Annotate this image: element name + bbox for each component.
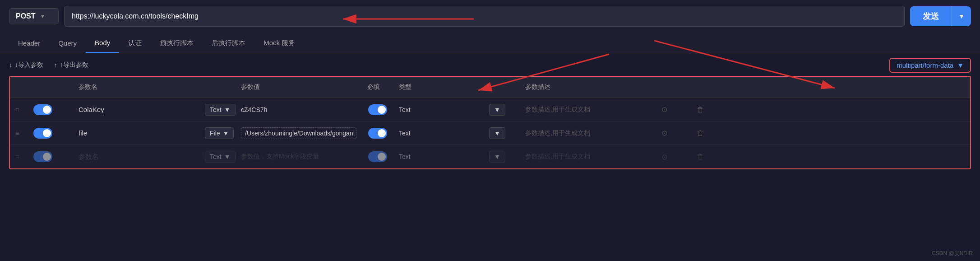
th-actions2 [682, 81, 718, 93]
row3-copy-icon[interactable]: ⊙ [646, 153, 682, 161]
row2-result-type: Text [393, 128, 484, 139]
watermark: CSDN @吴NDIR [932, 250, 973, 257]
row3-toggle[interactable] [33, 151, 52, 162]
row3-required[interactable] [362, 151, 393, 162]
import-params-button[interactable]: ↓ ↓导入参数 [9, 61, 43, 69]
th-result-type: 类型 [393, 81, 484, 93]
row3-result-type: Text [393, 151, 484, 162]
row1-description[interactable]: 参数描述,用于生成文档 [520, 104, 646, 116]
import-icon: ↓ [9, 61, 12, 69]
row1-copy-icon[interactable]: ⊙ [646, 105, 682, 114]
row1-param-name[interactable]: ColaKey [73, 104, 199, 115]
row3-type-chevron: ▼ [224, 153, 231, 160]
tab-body[interactable]: Body [86, 33, 119, 53]
send-button-group[interactable]: 发送 ▼ [910, 6, 971, 26]
row1-delete-icon[interactable]: 🗑 [682, 106, 718, 114]
tab-pre-script[interactable]: 预执行脚本 [151, 33, 203, 53]
table-row: ≡ ColaKey Text ▼ cZ4CS7h Text ▼ 参数描述,用于生… [10, 98, 970, 121]
row2-param-name[interactable]: file [73, 127, 199, 139]
row2-copy-icon[interactable]: ⊙ [646, 129, 682, 137]
content-type-chevron: ▼ [957, 61, 964, 69]
row3-value[interactable]: 参数值，支持Mock字段变量 [236, 151, 362, 163]
row2-type-select[interactable]: File ▼ [199, 126, 236, 141]
tab-query[interactable]: Query [49, 34, 86, 52]
row2-delete-icon[interactable]: 🗑 [682, 129, 718, 137]
top-bar: POST ▼ 发送 ▼ [0, 0, 980, 33]
row2-required[interactable] [362, 128, 393, 139]
row1-type-select[interactable]: Text ▼ [199, 102, 236, 117]
row1-value[interactable]: cZ4CS7h [236, 104, 362, 115]
th-type-select [199, 81, 236, 93]
actions-left: ↓ ↓导入参数 ↑ ↑导出参数 [9, 61, 88, 69]
actions-bar: ↓ ↓导入参数 ↑ ↑导出参数 multipart/form-data ▼ [0, 54, 980, 76]
table-row: ≡ file File ▼ /Users/zhoumingle/Download… [10, 121, 970, 145]
drag-handle[interactable]: ≡ [10, 130, 28, 137]
tab-post-script[interactable]: 后执行脚本 [203, 33, 254, 53]
row2-toggle[interactable] [33, 128, 52, 139]
row1-result-type-select[interactable]: ▼ [484, 102, 520, 117]
row3-param-name[interactable]: 参数名 [73, 151, 199, 163]
row2-description[interactable]: 参数描述,用于生成文档 [520, 127, 646, 139]
content-type-select[interactable]: multipart/form-data ▼ [889, 58, 971, 73]
send-dropdown-button[interactable]: ▼ [952, 8, 971, 24]
method-chevron: ▼ [40, 13, 46, 19]
th-actions1 [646, 81, 682, 93]
th-param-name: 参数名 [73, 81, 199, 93]
th-required: 必填 [362, 81, 393, 93]
row3-required-toggle[interactable] [368, 151, 387, 162]
row2-result-type-chevron: ▼ [494, 130, 500, 137]
tab-auth[interactable]: 认证 [119, 33, 151, 53]
th-toggle [28, 81, 73, 93]
tab-mock[interactable]: Mock 服务 [254, 33, 304, 53]
tab-header[interactable]: Header [9, 34, 49, 52]
row2-value[interactable]: /Users/zhoumingle/Downloads/gongan. [241, 127, 356, 139]
row1-required-toggle[interactable] [368, 104, 387, 115]
row2-type-chevron: ▼ [223, 130, 229, 137]
row1-toggle[interactable] [33, 104, 52, 115]
row1-result-type: Text [393, 104, 484, 115]
row2-required-toggle[interactable] [368, 128, 387, 139]
row3-result-type-chevron: ▼ [494, 153, 500, 160]
th-result-type-select [484, 81, 520, 93]
row3-description[interactable]: 参数描述,用于生成文档 [520, 151, 646, 163]
row3-result-type-select[interactable]: ▼ [484, 149, 520, 164]
drag-handle[interactable]: ≡ [10, 106, 28, 113]
url-input[interactable] [64, 6, 905, 27]
method-label: POST [16, 12, 36, 20]
row2-value-cell: /Users/zhoumingle/Downloads/gongan. [236, 126, 362, 141]
table-row: ≡ 参数名 Text ▼ 参数值，支持Mock字段变量 Text ▼ 参数描述,… [10, 145, 970, 168]
row1-type-chevron: ▼ [224, 106, 231, 113]
th-description: 参数描述 [520, 81, 646, 93]
params-table: 参数名 参数值 必填 类型 参数描述 ≡ ColaKey Text ▼ cZ4C… [9, 76, 971, 169]
table-header: 参数名 参数值 必填 类型 参数描述 [10, 77, 970, 98]
method-select[interactable]: POST ▼ [9, 8, 59, 24]
row3-type-select[interactable]: Text ▼ [199, 149, 236, 164]
export-icon: ↑ [54, 61, 57, 69]
send-button[interactable]: 发送 [910, 6, 952, 26]
row1-required[interactable] [362, 104, 393, 115]
row1-result-type-chevron: ▼ [494, 106, 500, 113]
row2-result-type-select[interactable]: ▼ [484, 126, 520, 141]
export-params-button[interactable]: ↑ ↑导出参数 [54, 61, 88, 69]
tabs-bar: Header Query Body 认证 预执行脚本 后执行脚本 Mock 服务 [0, 33, 980, 54]
row3-delete-icon[interactable]: 🗑 [682, 153, 718, 161]
th-drag [10, 81, 28, 93]
drag-handle[interactable]: ≡ [10, 153, 28, 160]
th-param-value: 参数值 [236, 81, 362, 93]
